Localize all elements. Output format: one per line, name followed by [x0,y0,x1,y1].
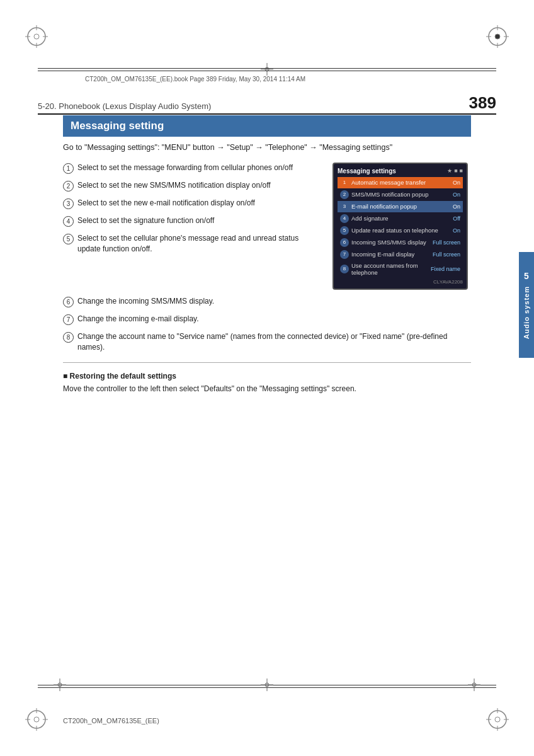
svg-point-1 [34,34,39,39]
screen-row-num-7: 7 [340,250,349,259]
screen-row-label-6: Incoming SMS/MMS display [351,239,433,246]
divider [63,362,471,363]
list-item: 4 Select to set the signature function o… [63,215,322,227]
item-text-6: Change the incoming SMS/MMS display. [77,296,214,307]
side-tab-label: Audio system [523,286,530,339]
list-item: 8 Change the account name to "Service na… [63,331,471,353]
svg-point-13 [34,717,39,722]
corner-mark-tr [486,25,509,48]
screen-mockup-container: Messaging settings ★ ■ ■ 1Automatic mess… [332,163,471,290]
screen-row-2: 2SMS/MMS notification popupOn [338,189,463,200]
item-text-4: Select to set the signature function on/… [77,215,214,226]
screen-row-label-3: E-mail notification popup [351,203,453,210]
screen-row-num-2: 2 [340,190,349,199]
section-header: Messaging setting [63,115,471,137]
screen-row-num-5: 5 [340,226,349,235]
restore-section: Restoring the default settings Move the … [63,372,471,394]
item-number-4: 4 [63,216,74,227]
screen-title: Messaging settings [338,168,396,175]
screen-row-label-8: Use account names from telephone [351,262,431,276]
screen-row-label-2: SMS/MMS notification popup [351,191,453,198]
restore-text: Move the controller to the left then sel… [63,383,471,394]
list-item: 3 Select to set the new e-mail notificat… [63,198,322,209]
text-column: 1 Select to set the message forwarding f… [63,163,322,290]
border-top-outer [38,68,496,69]
two-col-layout: 1 Select to set the message forwarding f… [63,163,471,290]
item-number-3: 3 [63,198,74,209]
item-number-5: 5 [63,234,74,244]
item-number-7: 7 [63,314,74,325]
screen-row-value-3: On [453,203,460,210]
item-text-8: Change the account name to "Service name… [77,331,471,353]
screen-row-num-1: 1 [340,178,349,187]
screen-row-5: 5Update read status on telephoneOn [338,225,463,236]
screen-row-num-6: 6 [340,238,349,247]
corner-mark-tl [25,25,48,48]
item-text-5: Select to set the cellular phone's messa… [77,233,322,255]
section-title: Messaging setting [71,120,164,132]
bottom-filename: CT200h_OM_OM76135E_(EE) [63,717,159,724]
main-content: Go to "Messaging settings": "MENU" butto… [63,142,471,394]
side-tab: 5 Audio system [519,252,534,358]
svg-point-7 [495,34,500,39]
item-number-6: 6 [63,297,74,307]
screen-row-value-6: Full screen [433,239,460,246]
full-items: 6 Change the incoming SMS/MMS display. 7… [63,296,471,353]
screen-caption: CLYAVA2208 [338,279,463,285]
chapter-header: 5-20. Phonebook (Lexus Display Audio Sys… [38,94,496,115]
list-item: 1 Select to set the message forwarding f… [63,163,322,174]
file-info: CT200h_OM_OM76135E_(EE).book Page 389 Fr… [85,76,305,83]
corner-mark-br [486,708,509,731]
screen-row-value-8: Fixed name [431,266,460,272]
item-number-1: 1 [63,163,74,174]
intro-paragraph: Go to "Messaging settings": "MENU" butto… [63,142,471,154]
page-number: 389 [469,94,496,111]
screen-row-6: 6Incoming SMS/MMS displayFull screen [338,237,463,248]
screen-row-4: 4Add signatureOff [338,213,463,224]
list-item: 6 Change the incoming SMS/MMS display. [63,296,471,307]
chapter-title: 5-20. Phonebook (Lexus Display Audio Sys… [38,101,211,111]
screen-row-label-5: Update read status on telephone [351,227,453,234]
side-tab-number: 5 [524,271,529,281]
signal-icon: ■ [454,168,457,174]
battery-icon: ■ [460,168,463,174]
screen-row-label-7: Incoming E-mail display [351,251,433,258]
item-number-8: 8 [63,332,74,343]
screen-row-num-3: 3 [340,202,349,211]
corner-mark-bl [25,708,48,731]
bluetooth-icon: ★ [447,168,452,174]
screen-row-value-7: Full screen [433,251,460,258]
item-text-7: Change the incoming e-mail display. [77,314,199,324]
item-text-1: Select to set the message forwarding fro… [77,163,293,173]
item-text-2: Select to set the new SMS/MMS notificati… [77,180,271,191]
svg-point-0 [28,28,45,45]
list-item: 7 Change the incoming e-mail display. [63,314,471,325]
crosshair-bottom-center [261,679,273,693]
screen-row-num-4: 4 [340,214,349,223]
screen-mockup: Messaging settings ★ ■ ■ 1Automatic mess… [332,163,468,290]
border-top-inner [38,71,496,71]
item-text-3: Select to set the new e-mail notificatio… [77,198,255,209]
list-item: 5 Select to set the cellular phone's mes… [63,233,322,255]
screen-title-bar: Messaging settings ★ ■ ■ [338,168,463,175]
screen-row-value-1: On [453,180,460,186]
restore-title: Restoring the default settings [63,372,471,381]
crosshair-bottom-right [468,679,480,693]
screen-row-label-4: Add signature [351,215,453,222]
screen-row-value-5: On [453,227,460,234]
screen-row-7: 7Incoming E-mail displayFull screen [338,249,463,260]
screen-row-1: 1Automatic message transferOn [338,177,463,188]
screen-row-8: 8Use account names from telephoneFixed n… [338,261,463,277]
screen-row-value-2: On [453,192,460,198]
screen-status-icons: ★ ■ ■ [447,168,463,174]
screen-row-value-4: Off [453,215,460,222]
screen-row-label-1: Automatic message transfer [351,179,453,186]
svg-point-12 [28,711,45,728]
svg-point-18 [489,711,506,728]
crosshair-bottom-left [54,679,66,693]
screen-row-3: 3E-mail notification popupOn [338,201,463,212]
screen-row-num-8: 8 [340,265,349,273]
list-item: 2 Select to set the new SMS/MMS notifica… [63,180,322,192]
screen-rows: 1Automatic message transferOn2SMS/MMS no… [338,177,463,277]
item-number-2: 2 [63,181,74,192]
